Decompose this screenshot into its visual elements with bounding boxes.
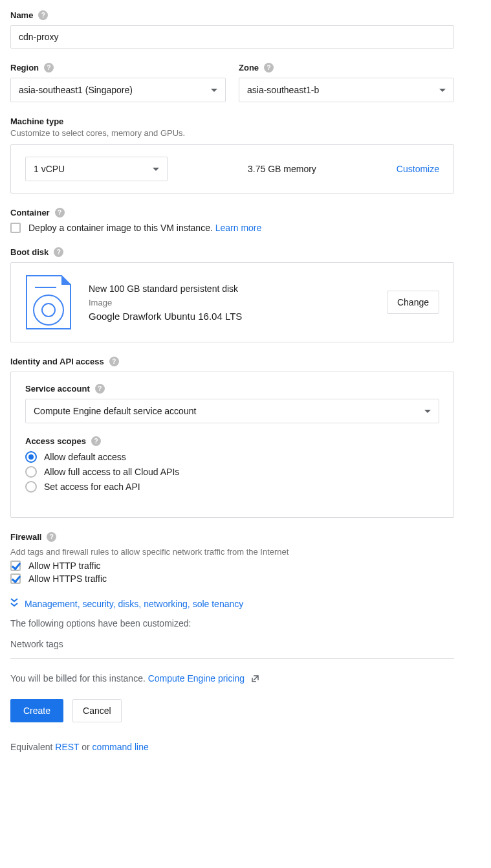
service-account-label: Service account xyxy=(25,384,90,394)
help-icon[interactable]: ? xyxy=(109,357,119,366)
https-label: Allow HTTPS traffic xyxy=(28,573,107,584)
access-scopes-label: Access scopes xyxy=(25,436,86,446)
memory-value: 3.75 GB memory xyxy=(186,164,378,174)
scope-each-label: Set access for each API xyxy=(44,482,140,492)
help-icon[interactable]: ? xyxy=(95,384,105,394)
disk-image-name: Google Drawfork Ubuntu 16.04 LTS xyxy=(89,311,370,322)
disk-icon xyxy=(25,274,72,330)
pricing-link[interactable]: Compute Engine pricing xyxy=(148,673,245,684)
http-checkbox[interactable] xyxy=(10,561,21,571)
disk-sublabel: Image xyxy=(89,298,370,307)
divider xyxy=(10,658,454,659)
region-value: asia-southeast1 (Singapore) xyxy=(19,85,133,95)
http-label: Allow HTTP traffic xyxy=(28,561,101,571)
container-deploy-checkbox[interactable] xyxy=(10,223,21,233)
cpu-select[interactable]: 1 vCPU xyxy=(25,157,168,181)
container-checkbox-label: Deploy a container image to this VM inst… xyxy=(28,223,261,233)
help-icon[interactable]: ? xyxy=(91,436,101,446)
machine-type-label: Machine type xyxy=(10,117,481,126)
equivalent-text: Equivalent REST or command line xyxy=(10,742,481,752)
firewall-label: Firewall xyxy=(10,532,41,542)
scope-default-label: Allow default access xyxy=(44,452,126,462)
cancel-button[interactable]: Cancel xyxy=(72,699,122,722)
scope-each-radio[interactable] xyxy=(25,481,37,493)
svg-point-0 xyxy=(34,295,63,325)
service-account-value: Compute Engine default service account xyxy=(34,406,196,416)
identity-label: Identity and API access xyxy=(10,357,104,366)
help-icon[interactable]: ? xyxy=(38,10,48,20)
region-select[interactable]: asia-southeast1 (Singapore) xyxy=(10,78,226,102)
zone-value: asia-southeast1-b xyxy=(247,85,319,95)
customized-message: The following options have been customiz… xyxy=(10,618,481,629)
zone-label: Zone xyxy=(239,63,259,72)
help-icon[interactable]: ? xyxy=(55,208,65,217)
https-checkbox[interactable] xyxy=(10,573,21,584)
name-input[interactable] xyxy=(10,25,454,49)
help-icon[interactable]: ? xyxy=(44,63,54,72)
rest-link[interactable]: REST xyxy=(55,742,79,752)
region-label: Region xyxy=(10,63,39,72)
svg-point-1 xyxy=(42,304,55,317)
command-line-link[interactable]: command line xyxy=(93,742,149,752)
expander-label: Management, security, disks, networking,… xyxy=(25,599,243,609)
container-label: Container xyxy=(10,208,50,217)
advanced-expander[interactable]: Management, security, disks, networking,… xyxy=(10,598,481,609)
network-tags-label: Network tags xyxy=(10,639,481,649)
chevron-down-icon xyxy=(424,410,431,416)
chevron-down-icon xyxy=(153,168,159,174)
chevrons-down-icon xyxy=(10,598,18,609)
cpu-value: 1 vCPU xyxy=(34,164,65,174)
boot-disk-label: Boot disk xyxy=(10,247,49,257)
boot-disk-card: New 100 GB standard persistent disk Imag… xyxy=(10,262,454,342)
scope-full-label: Allow full access to all Cloud APIs xyxy=(44,467,179,477)
chevron-down-icon xyxy=(211,89,217,95)
machine-type-card: 1 vCPU 3.75 GB memory Customize xyxy=(10,144,454,194)
chevron-down-icon xyxy=(439,89,446,95)
scope-full-radio[interactable] xyxy=(25,466,37,478)
learn-more-link[interactable]: Learn more xyxy=(215,223,262,233)
change-button[interactable]: Change xyxy=(387,291,439,314)
external-link-icon xyxy=(251,674,260,685)
zone-select[interactable]: asia-southeast1-b xyxy=(239,78,454,102)
billing-text: You will be billed for this instance. Co… xyxy=(10,673,481,685)
scope-default-radio[interactable] xyxy=(25,451,37,463)
disk-title: New 100 GB standard persistent disk xyxy=(89,284,370,294)
machine-type-hint: Customize to select cores, memory and GP… xyxy=(10,128,481,138)
name-label: Name xyxy=(10,10,33,20)
help-icon[interactable]: ? xyxy=(264,63,274,72)
help-icon[interactable]: ? xyxy=(47,532,56,542)
customize-link[interactable]: Customize xyxy=(397,164,439,174)
firewall-hint: Add tags and firewall rules to allow spe… xyxy=(10,547,481,557)
service-account-select[interactable]: Compute Engine default service account xyxy=(25,399,439,423)
help-icon[interactable]: ? xyxy=(54,247,63,257)
identity-card: Service account ? Compute Engine default… xyxy=(10,372,454,518)
create-button[interactable]: Create xyxy=(10,699,63,722)
